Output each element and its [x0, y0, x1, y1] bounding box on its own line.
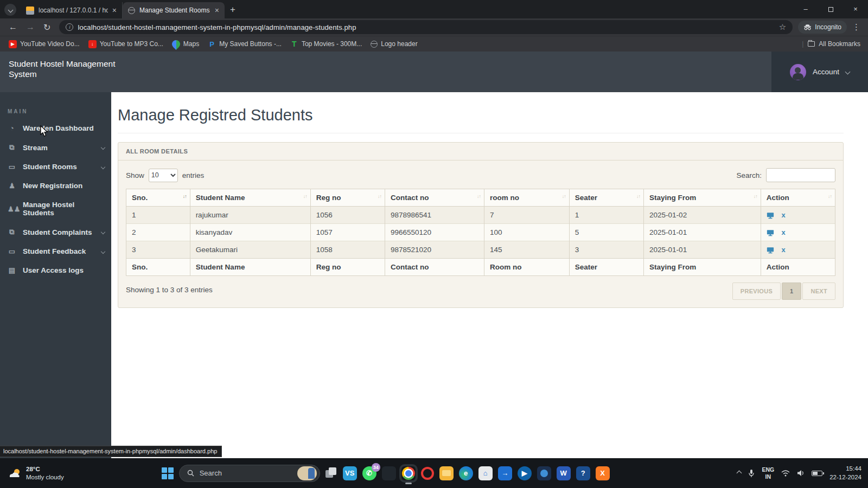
view-monitor-icon[interactable] [767, 229, 774, 236]
tray-expand-icon[interactable] [737, 471, 742, 476]
connect-icon[interactable]: → [498, 466, 512, 480]
bookmark-item[interactable]: P My Saved Buttons -... [208, 40, 282, 48]
bookmark-item[interactable]: ▶ YouTube Video Do... [9, 40, 80, 48]
site-info-icon[interactable]: i [66, 23, 73, 31]
camtasia-icon[interactable]: ▶ [518, 466, 532, 480]
close-tab-icon[interactable]: × [215, 6, 219, 15]
sidebar-item-student-rooms[interactable]: ▭ Student Rooms [0, 157, 111, 176]
xampp-icon[interactable]: X [596, 466, 610, 480]
col-contact-no[interactable]: Contact no↓↑ [385, 189, 484, 207]
minimize-button[interactable]: – [793, 0, 818, 18]
sidebar-item-label: Stream [23, 144, 48, 152]
foot-col-action: Action [761, 259, 835, 276]
cell-sno: 2 [126, 224, 190, 241]
col-room-no[interactable]: room no↓↑ [484, 189, 570, 207]
clock[interactable]: 15:44 22-12-2024 [829, 465, 861, 481]
sidebar-item-stream[interactable]: ⧉ Stream [0, 138, 111, 157]
page-length-select[interactable]: 10 [149, 169, 178, 182]
sort-icon: ↓↑ [562, 194, 566, 199]
panel-body: Show 10 entries Search: Sno.↓↑ Student [118, 160, 843, 307]
delete-x-icon[interactable]: x [781, 228, 785, 236]
start-button[interactable] [162, 467, 174, 479]
tab-search-button[interactable] [4, 4, 16, 16]
window-controls: – × [793, 0, 868, 18]
chrome-icon[interactable] [401, 466, 416, 480]
vscode-icon[interactable]: VS [343, 466, 357, 480]
cell-seater: 3 [569, 241, 643, 259]
forward-button[interactable]: → [26, 22, 35, 32]
sidebar-item-student-feedback[interactable]: ▭ Student Feedback [0, 242, 111, 261]
bookmark-item[interactable]: T Top Movies - 300M... [290, 40, 362, 48]
sidebar-item-manage-hostel-students[interactable]: ♟♟ Manage Hostel Students [0, 195, 111, 222]
new-tab-button[interactable]: + [230, 4, 235, 15]
taskbar-search[interactable]: Search [179, 465, 320, 482]
col-action[interactable]: Action↓↑ [761, 189, 835, 207]
office-icon[interactable] [382, 466, 396, 480]
wifi-icon[interactable] [781, 470, 790, 477]
edge-icon[interactable]: e [459, 466, 473, 480]
chevron-down-icon [101, 249, 105, 253]
show-label: Show [126, 171, 144, 179]
file-explorer-icon[interactable] [439, 466, 454, 480]
bookmark-item[interactable]: ↓ YouTube to MP3 Co... [88, 40, 163, 48]
microphone-icon[interactable] [748, 469, 755, 478]
account-menu[interactable]: Account [771, 52, 868, 92]
messaging-icon[interactable] [537, 466, 551, 480]
col-sno[interactable]: Sno.↓↑ [126, 189, 190, 207]
whatsapp-icon[interactable]: ✆34 [362, 466, 376, 480]
reload-button[interactable]: ↻ [43, 22, 50, 33]
monitor-icon: ▭ [8, 247, 16, 255]
close-window-button[interactable]: × [843, 0, 868, 18]
browser-menu-button[interactable]: ⋮ [852, 22, 860, 32]
dashboard-icon: ◔ [8, 124, 16, 132]
col-student-name[interactable]: Student Name↓↑ [190, 189, 310, 207]
chevron-down-icon [101, 230, 105, 234]
previous-page-button[interactable]: PREVIOUS [732, 282, 781, 300]
next-page-button[interactable]: NEXT [802, 282, 835, 300]
chevron-down-icon [101, 164, 105, 169]
sidebar-item-label: Student Complaints [23, 228, 92, 236]
chevron-down-icon [101, 145, 105, 150]
col-staying-from[interactable]: Staying From↓↑ [644, 189, 761, 207]
battery-icon[interactable] [812, 471, 822, 476]
sidebar-item-student-complaints[interactable]: ⧉ Student Complaints [0, 222, 111, 242]
search-label: Search: [736, 171, 762, 179]
sidebar-item-wareden-dashboard[interactable]: ◔ Wareden Dashboard [0, 119, 111, 138]
chrome-logo [402, 467, 415, 480]
view-monitor-icon[interactable] [767, 212, 774, 219]
maximize-button[interactable] [818, 0, 843, 18]
incognito-label: Incognito [815, 23, 841, 31]
opera-icon[interactable] [421, 467, 434, 480]
whatsapp-badge: 34 [372, 463, 380, 472]
weather-widget[interactable]: 28°C Mostly cloudy [8, 465, 64, 481]
bookmark-item[interactable]: Maps [172, 40, 199, 48]
search-input[interactable] [766, 168, 835, 182]
bookmark-star-icon[interactable]: ☆ [779, 22, 786, 32]
bookmark-item[interactable]: Logo header [371, 40, 417, 48]
browser-tab-phpmyadmin[interactable]: localhost / 127.0.0.1 / hostel | p × [21, 2, 123, 18]
page-title: Manage Registred Students [118, 106, 844, 124]
sidebar-item-new-registration[interactable]: ♟ New Registration [0, 176, 111, 195]
back-button[interactable]: ← [9, 22, 17, 32]
word-icon[interactable]: W [557, 466, 571, 480]
tray-time: 15:44 [829, 465, 861, 473]
col-reg-no[interactable]: Reg no↓↑ [310, 189, 385, 207]
language-indicator[interactable]: ENG IN [762, 466, 774, 480]
address-bar[interactable]: i localhost/student-hostel-management-sy… [59, 20, 793, 34]
task-view-button[interactable] [326, 467, 337, 479]
weather-condition: Mostly cloudy [26, 473, 64, 481]
brand-title[interactable]: Student Hostel Management System [0, 52, 119, 80]
close-tab-icon[interactable]: × [112, 6, 117, 15]
delete-x-icon[interactable]: x [781, 246, 785, 254]
col-seater[interactable]: Seater↓↑ [569, 189, 643, 207]
ms-store-icon[interactable]: ⌂ [478, 466, 493, 480]
quick-assist-icon[interactable]: ? [576, 466, 590, 480]
delete-x-icon[interactable]: x [781, 211, 785, 219]
sidebar: MAIN ◔ Wareden Dashboard ⧉ Stream ▭ Stud… [0, 92, 111, 458]
all-bookmarks-button[interactable]: All Bookmarks [808, 40, 860, 48]
sidebar-item-user-access-logs[interactable]: ▤ User Access logs [0, 261, 111, 280]
volume-icon[interactable] [797, 470, 805, 477]
browser-tab-manage-student-rooms[interactable]: Manage Student Rooms × [123, 2, 225, 18]
page-1-button[interactable]: 1 [782, 282, 801, 300]
view-monitor-icon[interactable] [767, 247, 774, 254]
